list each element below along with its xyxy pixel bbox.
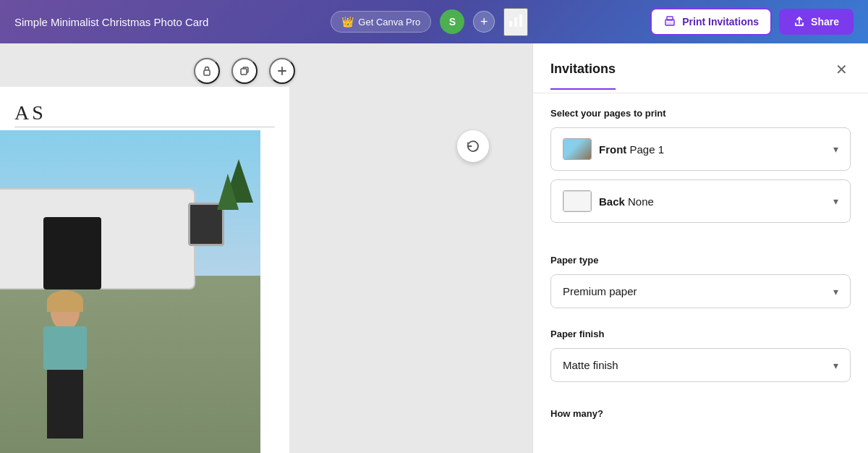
refresh-button[interactable]	[457, 130, 489, 162]
back-page-dropdown[interactable]: Back None ▾	[550, 179, 851, 223]
share-button[interactable]: Share	[779, 9, 854, 35]
paper-finish-dropdown[interactable]: Matte finish ▾	[550, 348, 851, 382]
svg-rect-0	[509, 21, 512, 27]
print-invitations-button[interactable]: Print Invitations	[650, 8, 772, 35]
crown-icon: 👑	[341, 16, 354, 27]
paper-finish-value: Matte finish	[563, 359, 618, 371]
svg-rect-7	[241, 69, 247, 75]
header-right: Print Invitations Share	[650, 8, 854, 35]
svg-rect-5	[667, 22, 673, 25]
chevron-down-icon-paper-finish: ▾	[833, 360, 838, 371]
chevron-down-icon-paper-type: ▾	[833, 286, 838, 297]
chevron-down-icon-back: ▾	[833, 195, 838, 207]
paper-type-dropdown[interactable]: Premium paper ▾	[550, 274, 851, 308]
avatar[interactable]: S	[440, 9, 464, 34]
get-canva-pro-button[interactable]: 👑 Get Canva Pro	[331, 11, 431, 33]
lock-button[interactable]	[194, 58, 220, 84]
right-panel: Invitations ✕ Select your pages to print…	[532, 43, 868, 453]
main-layout: AS	[0, 43, 868, 453]
how-many-label: How many?	[550, 408, 851, 419]
card-photo	[0, 130, 260, 453]
header: Simple Minimalist Christmas Photo Card 👑…	[0, 0, 868, 43]
close-panel-button[interactable]: ✕	[833, 58, 851, 81]
add-page-button[interactable]	[269, 58, 295, 84]
card-preview: AS	[0, 87, 289, 453]
add-team-button[interactable]: +	[473, 11, 495, 33]
front-page-dropdown[interactable]: Front Page 1 ▾	[550, 127, 851, 171]
back-page-text: Back None	[599, 195, 654, 208]
document-title: Simple Minimalist Christmas Photo Card	[14, 16, 208, 28]
panel-body: Select your pages to print Front Page 1 …	[533, 93, 868, 433]
paper-type-value: Premium paper	[563, 285, 637, 297]
paper-finish-label: Paper finish	[550, 329, 851, 339]
paper-type-label: Paper type	[550, 255, 851, 266]
back-page-left: Back None	[563, 190, 654, 212]
canvas-area: AS	[0, 43, 532, 453]
back-thumbnail	[563, 190, 592, 212]
header-center: 👑 Get Canva Pro S +	[331, 8, 528, 36]
card-text: AS	[14, 101, 46, 124]
chevron-down-icon: ▾	[833, 143, 838, 155]
svg-rect-2	[519, 14, 522, 27]
front-thumbnail	[563, 138, 592, 160]
duplicate-button[interactable]	[231, 58, 258, 84]
select-pages-label: Select your pages to print	[550, 108, 851, 119]
analytics-button[interactable]	[503, 8, 528, 36]
front-page-left: Front Page 1	[563, 138, 664, 160]
panel-title: Invitations	[550, 62, 616, 90]
panel-header: Invitations ✕	[533, 43, 868, 93]
front-page-text: Front Page 1	[599, 143, 664, 156]
svg-rect-4	[667, 17, 673, 20]
svg-rect-1	[514, 17, 517, 27]
svg-rect-6	[204, 70, 210, 75]
